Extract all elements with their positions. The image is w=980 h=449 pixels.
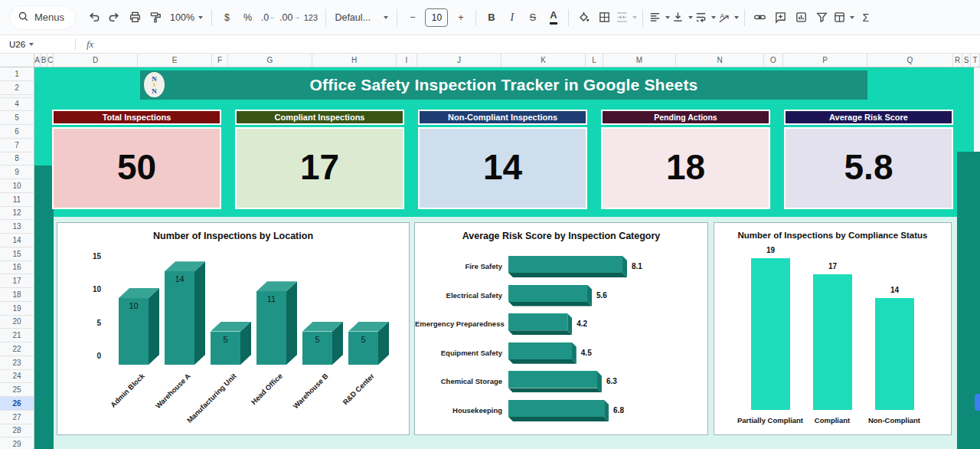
bar[interactable] <box>508 256 622 273</box>
increase-font-size-button[interactable]: + <box>451 8 470 28</box>
row-header-12[interactable]: 12 <box>0 207 34 221</box>
column-header-O[interactable]: O <box>764 54 783 67</box>
row-header-17[interactable]: 17 <box>0 274 34 288</box>
increase-decimal-button[interactable]: .00→ <box>279 8 299 28</box>
zoom-select[interactable]: 100% <box>167 8 206 28</box>
text-color-button[interactable]: A <box>544 8 563 28</box>
row-header-18[interactable]: 18 <box>0 288 34 302</box>
kpi-card[interactable]: Compliant Inspections17 <box>235 110 404 209</box>
redo-button[interactable] <box>105 8 124 28</box>
row-header-25[interactable]: 25 <box>0 383 34 397</box>
row-header-9[interactable]: 9 <box>0 166 34 179</box>
row-header-27[interactable]: 27 <box>0 411 34 424</box>
chart-card[interactable]: Number of Inspections by Compliance Stat… <box>714 222 952 435</box>
row-header-4[interactable]: 4 <box>0 98 34 112</box>
bar[interactable] <box>813 274 852 410</box>
print-button[interactable] <box>126 8 145 28</box>
row-header-29[interactable]: 29 <box>0 438 34 449</box>
row-header-13[interactable]: 13 <box>0 220 34 234</box>
row-header-21[interactable]: 21 <box>0 329 34 342</box>
row-header-6[interactable]: 6 <box>0 125 34 139</box>
bar[interactable] <box>508 400 604 417</box>
undo-button[interactable] <box>84 8 103 28</box>
row-header-2[interactable]: 2 <box>0 81 34 95</box>
column-header-M[interactable]: M <box>603 54 676 67</box>
table-views-button[interactable] <box>833 8 854 28</box>
kpi-card[interactable]: Total Inspections50 <box>52 110 221 209</box>
vertical-align-button[interactable] <box>671 8 693 28</box>
column-header-D[interactable]: D <box>54 54 138 67</box>
horizontal-align-button[interactable] <box>648 8 670 28</box>
column-header-S[interactable]: S <box>962 54 971 67</box>
number-format-button[interactable]: 123 <box>301 8 320 28</box>
merge-cells-button[interactable] <box>616 8 637 28</box>
column-header-F[interactable]: F <box>212 54 228 67</box>
row-header-26[interactable]: 26 <box>0 397 34 411</box>
kpi-card[interactable]: Average Risk Score5.8 <box>784 110 953 209</box>
column-header-H[interactable]: H <box>312 54 397 67</box>
row-header-14[interactable]: 14 <box>0 234 34 247</box>
column-header-T[interactable]: T <box>971 54 980 67</box>
scroll-indicator[interactable] <box>975 394 980 411</box>
insert-link-button[interactable] <box>750 8 769 28</box>
text-rotation-button[interactable]: A <box>717 8 739 28</box>
borders-button[interactable] <box>595 8 614 28</box>
font-family-select[interactable]: Defaul... <box>332 8 391 28</box>
chart-card[interactable]: Average Risk Score by Inspection Categor… <box>414 222 708 435</box>
bar[interactable] <box>165 271 194 365</box>
kpi-card[interactable]: Non-Compliant Inspections14 <box>418 110 587 209</box>
decrease-decimal-button[interactable]: .0← <box>259 8 278 28</box>
insert-chart-button[interactable] <box>792 8 811 28</box>
decrease-font-size-button[interactable]: − <box>403 8 422 28</box>
functions-button[interactable]: Σ <box>856 8 875 28</box>
row-header-8[interactable]: 8 <box>0 152 34 166</box>
row-header-1[interactable]: 1 <box>0 67 34 81</box>
column-header-J[interactable]: J <box>417 54 501 67</box>
column-header-A[interactable]: A <box>34 54 41 67</box>
chart-card[interactable]: Number of Inspections by Location0510151… <box>57 222 410 435</box>
select-all-corner[interactable] <box>0 54 34 67</box>
column-header-B[interactable]: B <box>41 54 47 67</box>
bar[interactable] <box>508 285 587 302</box>
row-header-16[interactable]: 16 <box>0 261 34 275</box>
bar[interactable] <box>875 298 914 410</box>
text-wrapping-button[interactable] <box>694 8 716 28</box>
strikethrough-button[interactable]: S <box>523 8 542 28</box>
bold-button[interactable]: B <box>482 8 501 28</box>
row-header-24[interactable]: 24 <box>0 370 34 384</box>
paint-format-button[interactable] <box>146 8 165 28</box>
row-header-23[interactable]: 23 <box>0 356 34 370</box>
column-header-I[interactable]: I <box>397 54 417 67</box>
bar[interactable] <box>508 342 572 359</box>
row-header-19[interactable]: 19 <box>0 302 34 316</box>
column-header-Q[interactable]: Q <box>867 54 953 67</box>
row-header-15[interactable]: 15 <box>0 247 34 261</box>
column-header-E[interactable]: E <box>138 54 212 67</box>
column-header-K[interactable]: K <box>501 54 586 67</box>
kpi-card[interactable]: Pending Actions18 <box>601 110 770 209</box>
name-box[interactable]: U26 <box>0 40 63 49</box>
row-header-5[interactable]: 5 <box>0 111 34 125</box>
format-percent-button[interactable]: % <box>238 8 257 28</box>
italic-button[interactable]: I <box>502 8 521 28</box>
bar[interactable] <box>508 371 597 388</box>
format-currency-button[interactable]: $ <box>217 8 237 28</box>
create-filter-button[interactable] <box>812 8 831 28</box>
column-header-C[interactable]: C <box>47 54 54 67</box>
font-size-input[interactable]: 10 <box>425 8 448 27</box>
insert-comment-button[interactable] <box>771 8 790 28</box>
row-header-7[interactable]: 7 <box>0 139 34 152</box>
column-header-L[interactable]: L <box>586 54 603 67</box>
row-header-20[interactable]: 20 <box>0 316 34 329</box>
column-header-R[interactable]: R <box>953 54 962 67</box>
row-header-11[interactable]: 11 <box>0 193 34 207</box>
row-header-28[interactable]: 28 <box>0 424 34 438</box>
bar[interactable] <box>508 313 567 330</box>
column-header-N[interactable]: N <box>676 54 764 67</box>
row-header-10[interactable]: 10 <box>0 179 34 193</box>
menus-search[interactable]: Menus <box>9 5 76 30</box>
column-header-P[interactable]: P <box>783 54 867 67</box>
row-header-22[interactable]: 22 <box>0 342 34 356</box>
bar[interactable] <box>751 258 790 410</box>
column-header-G[interactable]: G <box>228 54 312 67</box>
